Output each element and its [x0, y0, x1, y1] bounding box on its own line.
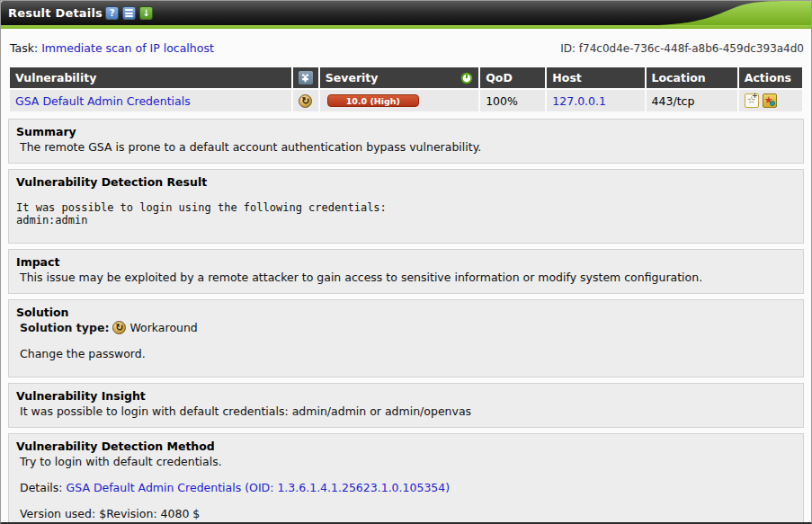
solution-type-cell: ↻	[293, 90, 318, 111]
insight-title: Vulnerability Insight	[16, 389, 796, 403]
titlebar: Result Details ? ↓	[1, 1, 811, 25]
workaround-icon: ↻	[112, 321, 126, 334]
detection-method-title: Vulnerability Detection Method	[16, 440, 796, 453]
section-summary: Summary The remote GSA is prone to a def…	[8, 119, 804, 164]
severity-cell: 10.0 (High)	[320, 90, 478, 111]
help-icon[interactable]: ?	[105, 6, 119, 20]
location-cell: 443/tcp	[647, 90, 737, 111]
solution-title: Solution	[16, 306, 796, 319]
titlebar-icons: ? ↓	[105, 6, 153, 20]
col-header-solution-type	[293, 67, 318, 88]
version-used: Version used: $Revision: 4080 $	[20, 507, 796, 520]
add-note-icon[interactable]: ☆ +	[745, 93, 759, 108]
details-label: Details:	[20, 481, 63, 494]
section-detection-method: Vulnerability Detection Method Try to lo…	[8, 433, 804, 524]
result-row: GSA Default Admin Credentials ↻ 10.0 (Hi…	[10, 90, 802, 111]
col-header-severity: Severity	[320, 67, 478, 88]
detection-result-title: Vulnerability Detection Result	[16, 175, 796, 189]
actions-cell: ☆ + ★	[739, 90, 802, 111]
result-table: Vulnerability Severity	[8, 66, 804, 113]
col-header-actions: Actions	[739, 67, 802, 88]
summary-body: The remote GSA is prone to a default acc…	[20, 140, 796, 154]
host-cell: 127.0.0.1	[547, 90, 644, 111]
impact-title: Impact	[16, 255, 796, 269]
download-icon[interactable]: ↓	[139, 6, 153, 20]
section-detection-result: Vulnerability Detection Result It was po…	[8, 169, 804, 244]
task-line: Task: Immediate scan of IP localhost ID:…	[10, 41, 804, 55]
insight-body: It was possible to login with default cr…	[20, 404, 796, 418]
impact-body: This issue may be exploited by a remote …	[20, 271, 796, 284]
qod-cell: 100%	[480, 90, 545, 111]
task-link[interactable]: Immediate scan of IP localhost	[41, 41, 214, 55]
host-link[interactable]: 127.0.0.1	[552, 94, 606, 108]
result-id: ID: f74c0d4e-736c-448f-a8b6-459dc393a4d0	[560, 42, 804, 55]
col-header-qod: QoD	[480, 67, 545, 88]
list-icon-bars	[125, 9, 133, 17]
puzzle-icon	[299, 71, 313, 84]
override-dot	[770, 101, 775, 106]
section-solution: Solution Solution type: ↻ Workaround Cha…	[8, 299, 804, 377]
summary-title: Summary	[16, 125, 796, 138]
solution-type-value: Workaround	[129, 321, 197, 334]
note-plus-glyph: +	[752, 92, 758, 100]
severity-header-label: Severity	[326, 71, 379, 84]
overrides-toggle-icon[interactable]	[460, 72, 473, 84]
task-label: Task:	[10, 41, 38, 55]
solution-type-label: Solution type:	[20, 321, 109, 334]
list-icon[interactable]	[122, 6, 136, 20]
vulnerability-link[interactable]: GSA Default Admin Credentials	[15, 94, 191, 108]
result-details-page: Result Details ? ↓ Task: Immediate scan	[0, 0, 812, 524]
detection-result-line2: admin:admin	[16, 214, 796, 226]
col-header-host: Host	[547, 67, 644, 88]
table-header-row: Vulnerability Severity	[10, 67, 802, 88]
section-insight: Vulnerability Insight It was possible to…	[8, 383, 804, 428]
section-impact: Impact This issue may be exploited by a …	[8, 249, 804, 294]
solution-type-line: Solution type: ↻ Workaround	[20, 321, 796, 334]
details-link[interactable]: GSA Default Admin Credentials (OID: 1.3.…	[67, 481, 451, 494]
solution-body: Change the password.	[20, 347, 796, 360]
add-override-icon[interactable]: ★	[763, 93, 777, 108]
vulnerability-cell: GSA Default Admin Credentials	[10, 90, 291, 111]
detection-method-body: Try to login with default credentials.	[20, 455, 796, 468]
detection-result-line1: It was possible to login using the follo…	[16, 201, 796, 214]
workaround-icon: ↻	[299, 94, 312, 108]
detection-method-details: Details: GSA Default Admin Credentials (…	[20, 481, 796, 494]
severity-bar: 10.0 (High)	[327, 94, 419, 107]
task-label-group: Task: Immediate scan of IP localhost	[10, 41, 214, 55]
col-header-vulnerability: Vulnerability	[10, 67, 291, 88]
page-title: Result Details	[8, 6, 103, 20]
content-area: Task: Immediate scan of IP localhost ID:…	[1, 29, 811, 524]
col-header-location: Location	[647, 67, 737, 88]
green-swoosh-decoration	[658, 1, 811, 25]
